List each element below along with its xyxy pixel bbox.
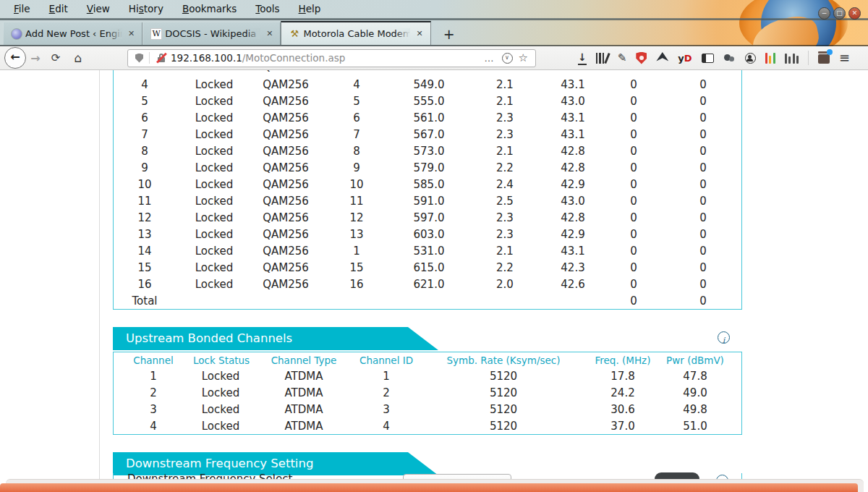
sliders-extension-icon[interactable] bbox=[785, 52, 799, 64]
page-content: QAM256 4Locked QAM2564 549.02.1 43.10 0 … bbox=[0, 70, 868, 492]
clipped-row-fragment: QAM256 bbox=[263, 70, 313, 74]
menu-history[interactable]: History bbox=[119, 0, 173, 18]
urlbar-separator bbox=[149, 52, 150, 64]
column-header: Channel bbox=[114, 352, 193, 368]
tab-title: Motorola Cable Modem bbox=[303, 28, 410, 39]
table-row: 3Locked ATDMA3 512030.6 49.8 bbox=[114, 402, 741, 418]
table-row: 1Locked ATDMA1 512017.8 47.8 bbox=[114, 368, 741, 385]
page-divider-line bbox=[99, 70, 100, 480]
frequency-section-title: Downstream Frequency Setting bbox=[113, 452, 438, 475]
upstream-section-title: Upstream Bonded Channels bbox=[113, 327, 438, 349]
new-tab-button[interactable]: + bbox=[437, 24, 461, 44]
site-favicon bbox=[11, 28, 22, 40]
menu-file[interactable]: File bbox=[4, 0, 40, 18]
tab-add-new-post[interactable]: Add New Post ‹ Engineer ✕ bbox=[3, 22, 142, 45]
close-tab-icon[interactable]: ✕ bbox=[413, 27, 425, 40]
info-icon[interactable]: i bbox=[718, 331, 730, 344]
whats-new-gift-icon[interactable] bbox=[818, 51, 830, 64]
column-header: Channel ID bbox=[359, 352, 413, 368]
column-header: Lock Status bbox=[193, 352, 248, 368]
table-row: 14Locked QAM2561 531.02.1 43.10 0 bbox=[114, 243, 741, 260]
pocket-icon[interactable]: ∨ bbox=[502, 53, 513, 64]
table-row: Total 0 0 bbox=[114, 293, 741, 310]
column-header: Channel Type bbox=[248, 352, 359, 368]
sidebar-icon[interactable] bbox=[702, 51, 714, 64]
notes-extension-icon[interactable]: ✎ bbox=[618, 51, 627, 64]
menu-bar: File Edit View History Bookmarks Tools H… bbox=[4, 0, 330, 18]
table-row: 12Locked QAM25612 597.02.3 42.80 0 bbox=[114, 210, 741, 226]
column-header: Freq. (MHz) bbox=[594, 352, 652, 368]
orbs-extension-icon[interactable] bbox=[723, 51, 736, 64]
window-controls: − □ ✕ bbox=[818, 7, 861, 20]
reload-icon[interactable]: ⟳ bbox=[45, 51, 67, 64]
forward-button[interactable]: → bbox=[26, 51, 45, 65]
url-bar[interactable]: 192.168.100.1 /MotoConnection.asp … ∨ ☆ bbox=[127, 49, 536, 67]
menubar-divider bbox=[0, 18, 868, 20]
table-row: 8Locked QAM2568 573.02.1 42.80 0 bbox=[114, 143, 741, 160]
back-button[interactable]: ← bbox=[4, 47, 26, 69]
tab-bar: Add New Post ‹ Engineer ✕ W DOCSIS - Wik… bbox=[3, 22, 461, 45]
table-row: 4Locked QAM2564 549.02.1 43.10 0 bbox=[114, 77, 741, 93]
column-header: Pwr (dBmV) bbox=[652, 352, 739, 368]
menu-view[interactable]: View bbox=[77, 0, 119, 18]
tab-docsis-wikipedia[interactable]: W DOCSIS - Wikipedia ✕ bbox=[142, 22, 281, 45]
menu-icon[interactable]: ≡ bbox=[839, 51, 850, 64]
upstream-section-header: Upstream Bonded Channels bbox=[113, 327, 438, 350]
minimize-button[interactable]: − bbox=[818, 7, 830, 20]
toolbar-extensions: ↓ ✎ yD ≡ bbox=[578, 51, 850, 65]
column-header: Symb. Rate (Ksym/sec) bbox=[413, 352, 594, 368]
close-tab-icon[interactable]: ✕ bbox=[125, 27, 137, 40]
maximize-button[interactable]: □ bbox=[833, 7, 846, 20]
table-row: 7Locked QAM2567 567.02.3 43.10 0 bbox=[114, 127, 741, 143]
upstream-table: Channel Lock Status Channel Type Channel… bbox=[113, 352, 742, 435]
table-row: 9Locked QAM2569 579.02.2 42.80 0 bbox=[114, 160, 741, 177]
downstream-table: QAM256 4Locked QAM2564 549.02.1 43.10 0 … bbox=[113, 70, 742, 310]
close-tab-icon[interactable]: ✕ bbox=[263, 27, 276, 40]
table-row: 2Locked ATDMA2 512024.2 49.0 bbox=[114, 385, 741, 402]
downstream-rows: 4Locked QAM2564 549.02.1 43.10 0 5Locked… bbox=[114, 70, 741, 310]
url-path: /MotoConnection.asp bbox=[242, 52, 346, 64]
fan-extension-icon[interactable] bbox=[656, 51, 668, 64]
table-row: 10Locked QAM25610 585.02.4 42.90 0 bbox=[114, 177, 741, 193]
menu-help[interactable]: Help bbox=[289, 0, 331, 18]
upstream-header-row: Channel Lock Status Channel Type Channel… bbox=[114, 352, 741, 368]
tab-motorola-cable-modem[interactable]: ⚒ Motorola Cable Modem ✕ bbox=[281, 21, 430, 45]
tab-title: Add New Post ‹ Engineer bbox=[25, 28, 122, 39]
page-actions-icon[interactable]: … bbox=[485, 53, 495, 64]
yd-extension-icon[interactable]: yD bbox=[678, 51, 692, 64]
downloads-icon[interactable]: ↓ bbox=[578, 51, 587, 65]
table-row: 13Locked QAM25613 603.02.3 42.90 0 bbox=[114, 226, 741, 243]
tools-icon: ⚒ bbox=[289, 28, 300, 40]
equalizer-extension-icon[interactable] bbox=[765, 52, 775, 64]
menu-edit[interactable]: Edit bbox=[40, 0, 77, 18]
navigation-toolbar: ← → ⟳ ⌂ 192.168.100.1 /MotoConnection.as… bbox=[0, 46, 868, 70]
table-row: 11Locked QAM25611 591.02.5 43.00 0 bbox=[114, 193, 741, 210]
close-window-button[interactable]: ✕ bbox=[848, 7, 861, 20]
table-row: 15Locked QAM25615 615.02.2 42.30 0 bbox=[114, 260, 741, 276]
bookmark-star-icon[interactable]: ☆ bbox=[519, 51, 528, 64]
table-row: 6Locked QAM2566 561.02.3 43.10 0 bbox=[114, 110, 741, 127]
insecure-lock-icon[interactable] bbox=[156, 53, 167, 63]
background-window-titlebar[interactable] bbox=[0, 483, 858, 492]
toolbar-separator bbox=[808, 51, 809, 65]
firefox-window: File Edit View History Bookmarks Tools H… bbox=[0, 0, 868, 492]
url-host: 192.168.100.1 bbox=[171, 52, 242, 64]
table-row: 16Locked QAM25616 621.02.0 42.60 0 bbox=[114, 276, 741, 293]
tracking-protection-shield-icon[interactable] bbox=[135, 54, 143, 63]
menu-bookmarks[interactable]: Bookmarks bbox=[173, 0, 246, 18]
tab-title: DOCSIS - Wikipedia bbox=[165, 28, 260, 39]
table-row: 4Locked ATDMA4 512037.0 51.0 bbox=[114, 418, 741, 435]
browser-chrome: File Edit View History Bookmarks Tools H… bbox=[0, 0, 868, 46]
wikipedia-icon: W bbox=[150, 28, 162, 40]
library-icon[interactable] bbox=[596, 53, 608, 64]
table-row: 5Locked QAM2565 555.02.1 43.00 0 bbox=[114, 93, 741, 110]
account-icon[interactable] bbox=[745, 51, 756, 64]
home-icon[interactable]: ⌂ bbox=[67, 51, 90, 65]
menu-tools[interactable]: Tools bbox=[246, 0, 289, 18]
adblock-shield-icon[interactable] bbox=[636, 51, 647, 64]
upstream-rows: 1Locked ATDMA1 512017.8 47.8 2Locked ATD… bbox=[114, 368, 741, 435]
